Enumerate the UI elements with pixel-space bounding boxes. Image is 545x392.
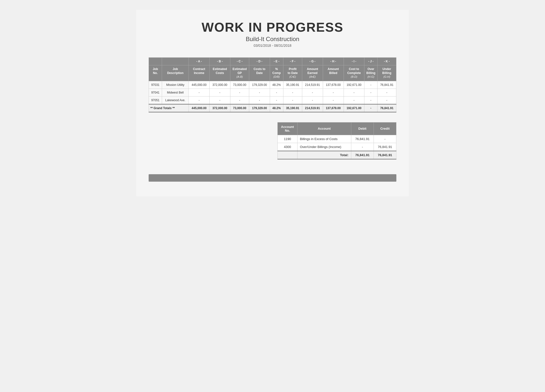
summary-section: AccountNo. Account Debit Credit 1190 Bil… [149,122,396,159]
col-header-amount-billed: AmountBilled [323,65,344,81]
col-header-pct-comp: %Comp(D/B) [270,65,283,81]
summary-table: AccountNo. Account Debit Credit 1190 Bil… [277,122,396,159]
col-letter-j: - J - [364,58,377,65]
col-letter-e: - E - [270,58,283,65]
summary-total-credit: 76,841.91 [374,151,396,159]
amount-earned: - [302,89,323,96]
profit-to-date: - [283,89,302,96]
summary-col-account-no: AccountNo. [278,122,298,135]
profit-to-date: 35,190.91 [283,81,302,89]
summary-total-row: Total: 76,841.91 76,841.91 [278,151,396,159]
col-header-job-no: JobNo. [149,65,162,81]
date-range: 03/01/2018 - 08/31/2018 [149,44,396,48]
table-row: 97051 Lakewood Ave. - - - - - - - - - - … [149,96,396,104]
job-desc: Midwest Bell [162,89,189,96]
col-letter-b: - B - [210,58,230,65]
amount-earned: - [302,96,323,104]
summary-header-row: AccountNo. Account Debit Credit [278,122,396,135]
grand-costs-to-date: 179,329.00 [249,104,270,112]
job-no: 97041 [149,89,162,96]
col-letter-h: - H - [323,58,344,65]
summary-total-debit: 76,841.91 [351,151,374,159]
amount-billed: 137,678.00 [323,81,344,89]
cost-to-complete: - [344,96,364,104]
footer-bar [149,174,396,182]
amount-billed: - [323,96,344,104]
page-header: WORK IN PROGRESS Build-It Construction 0… [149,20,396,48]
under-billing: 76,841.91 [377,81,396,89]
job-no: 97031 [149,81,162,89]
costs-to-date: 179,329.00 [249,81,270,89]
summary-col-credit: Credit [374,122,396,135]
col-header-job-desc: JobDescription [162,65,189,81]
col-letter-i: - I - [344,58,364,65]
contract-income: - [189,89,210,96]
summary-row: 1190 Billings in Excess of Costs 76,841.… [278,135,396,143]
col-letter-g: - G - [302,58,323,65]
pct-comp: - [270,96,283,104]
job-desc: Lakewood Ave. [162,96,189,104]
cost-to-complete: 192,671.00 [344,81,364,89]
table-row: 97041 Midwest Bell - - - - - - - - - - - [149,89,396,96]
col-header-cost-to-complete: Cost toComplete(B-D) [344,65,364,81]
wip-table: - A - - B - - C - - D - - E - - F - - G … [149,57,396,112]
contract-income: - [189,96,210,104]
grand-over-billing: - [364,104,377,112]
grand-cost-to-complete: 192,671.00 [344,104,364,112]
col-letter-empty1 [149,58,162,65]
amount-earned: 214,519.91 [302,81,323,89]
summary-total-empty1 [278,151,298,159]
summary-col-debit: Debit [351,122,374,135]
summary-account: Over/Under Billings (Income) [297,143,351,151]
col-header-profit-to-date: Profitto Date(C•E) [283,65,302,81]
col-header-under-billing: UnderBilling(G-H) [377,65,396,81]
job-desc: Mission Utility [162,81,189,89]
under-billing: - [377,89,396,96]
col-header-est-gp: EstimatedGP(A-B) [230,65,249,81]
est-gp: 73,000.00 [230,81,249,89]
page-title: WORK IN PROGRESS [149,20,396,35]
summary-account: Billings in Excess of Costs [297,135,351,143]
col-letter-d: - D - [249,58,270,65]
summary-account-no: 4300 [278,143,298,151]
column-headers-row: JobNo. JobDescription ContractIncome Est… [149,65,396,81]
col-header-contract-income: ContractIncome [189,65,210,81]
summary-total-label: Total: [297,151,351,159]
col-header-amount-earned: AmountEarned(A•E) [302,65,323,81]
col-letter-f: - F - [283,58,302,65]
grand-total-label: ** Grand Totals ** [149,104,189,112]
pct-comp: - [270,89,283,96]
grand-profit-to-date: 35,190.91 [283,104,302,112]
col-letter-empty2 [162,58,189,65]
col-letter-a: - A - [189,58,210,65]
summary-account-no: 1190 [278,135,298,143]
page: WORK IN PROGRESS Build-It Construction 0… [136,10,409,196]
col-letter-k: - K - [377,58,396,65]
col-header-est-costs: EstimatedCosts [210,65,230,81]
grand-under-billing: 76,841.91 [377,104,396,112]
grand-pct-comp: 48.2% [270,104,283,112]
grand-amount-earned: 214,519.91 [302,104,323,112]
column-letters-row: - A - - B - - C - - D - - E - - F - - G … [149,58,396,65]
grand-contract-income: 445,000.00 [189,104,210,112]
amount-billed: - [323,89,344,96]
over-billing: - [364,89,377,96]
est-costs: - [210,96,230,104]
cost-to-complete: - [344,89,364,96]
over-billing: - [364,96,377,104]
company-name: Build-It Construction [149,36,396,43]
over-billing: - [364,81,377,89]
est-gp: - [230,89,249,96]
table-row: 97031 Mission Utility 445,000.00 372,000… [149,81,396,89]
summary-debit: 76,841.91 [351,135,374,143]
est-costs: - [210,89,230,96]
job-no: 97051 [149,96,162,104]
costs-to-date: - [249,96,270,104]
summary-credit: 76,841.91 [374,143,396,151]
summary-col-account: Account [297,122,351,135]
summary-credit: - [374,135,396,143]
grand-est-costs: 372,000.00 [210,104,230,112]
est-gp: - [230,96,249,104]
grand-est-gp: 73,000.00 [230,104,249,112]
col-header-over-billing: OverBilling(H-G) [364,65,377,81]
